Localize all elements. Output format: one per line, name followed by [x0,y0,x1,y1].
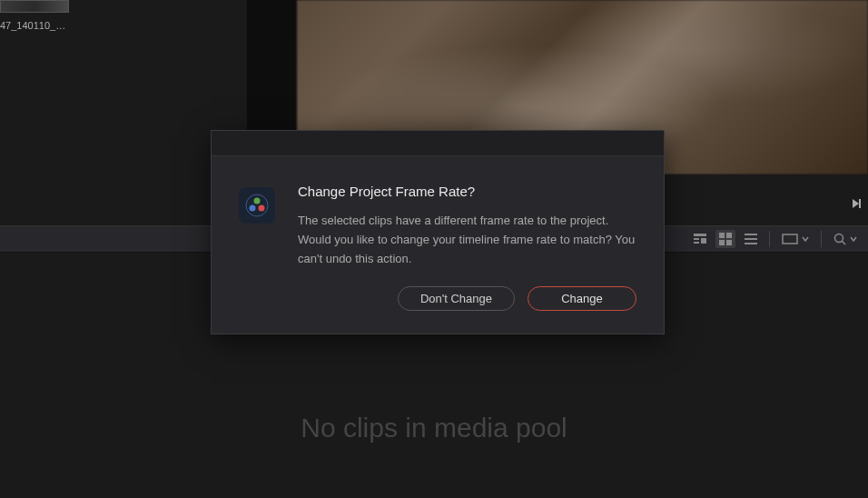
app-icon [239,187,275,224]
svg-point-15 [254,198,261,204]
svg-rect-0 [694,234,706,236]
chevron-down-icon [802,235,809,243]
dialog-content: Change Project Frame Rate? The selected … [298,184,636,268]
dialog-title: Change Project Frame Rate? [298,184,636,199]
metadata-view-button[interactable] [690,230,710,248]
chevron-down-icon [850,235,857,243]
toolbar-divider [769,231,770,247]
search-icon [833,233,846,245]
svg-rect-1 [694,238,699,240]
clip-thumbnail[interactable] [0,0,69,13]
svg-rect-5 [726,233,732,238]
empty-state-message: No clips in media pool [301,413,567,443]
search-dropdown[interactable] [830,233,861,245]
svg-rect-10 [745,243,757,244]
toolbar-divider [821,231,822,247]
svg-line-13 [843,242,846,245]
change-button[interactable]: Change [528,286,636,311]
svg-rect-9 [745,238,757,240]
dialog-body: Change Project Frame Rate? The selected … [212,156,664,286]
play-next-icon[interactable] [851,197,863,210]
clip-label: 47_140110_R6... [0,20,73,31]
svg-rect-3 [701,238,706,244]
dialog-button-row: Don't Change Change [212,286,664,327]
svg-rect-11 [783,234,797,244]
svg-rect-7 [726,240,732,245]
svg-rect-8 [745,234,757,235]
dialog-titlebar[interactable] [212,131,664,156]
svg-rect-4 [719,233,725,238]
list-view-button[interactable] [741,230,761,248]
grid-view-button[interactable] [715,230,735,248]
svg-rect-2 [694,242,699,244]
dialog-message: The selected clips have a different fram… [298,212,636,268]
svg-point-17 [259,205,265,212]
svg-point-12 [835,234,843,243]
aspect-dropdown[interactable] [778,234,813,244]
svg-rect-6 [719,240,725,245]
svg-point-16 [250,205,256,212]
dont-change-button[interactable]: Don't Change [398,286,515,311]
frame-rate-dialog: Change Project Frame Rate? The selected … [211,130,665,334]
